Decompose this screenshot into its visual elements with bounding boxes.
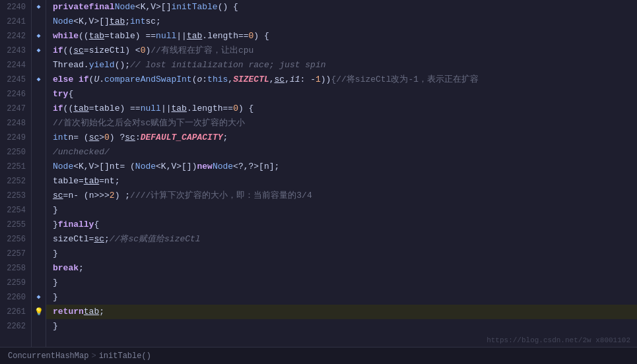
- line-number: 2262: [3, 319, 26, 334]
- code-line: while ((tab = table) == null || tab.leng…: [46, 29, 637, 44]
- token: sizeCtl: [89, 44, 125, 58]
- token: ,: [228, 73, 233, 87]
- bookmark-icon[interactable]: ◆: [32, 73, 46, 87]
- token: sc: [275, 73, 285, 87]
- token: ((: [63, 44, 74, 58]
- token: private: [53, 0, 89, 15]
- line-number: 2253: [3, 189, 26, 203]
- token: //有线程在扩容，让出cpu: [151, 44, 253, 58]
- token: table: [53, 174, 79, 189]
- gutter-cell: [32, 87, 46, 102]
- token: tab: [187, 29, 202, 44]
- token: Node: [53, 160, 73, 174]
- token: null: [141, 102, 161, 116]
- token: yield: [89, 58, 115, 73]
- token: tab: [172, 102, 187, 116]
- token: n: [264, 160, 269, 174]
- token: DEFAULT_CAPACITY: [141, 131, 223, 145]
- line-number: 2256: [3, 232, 26, 247]
- line-number: 2254: [3, 203, 26, 218]
- gutter-cell: [32, 203, 46, 218]
- token: - (: [73, 189, 88, 203]
- token: =: [84, 44, 89, 58]
- token: ;: [125, 15, 130, 29]
- bookmark-icon[interactable]: ◆: [32, 0, 46, 15]
- token: sc: [53, 189, 63, 203]
- token: final: [89, 0, 115, 15]
- token: compareAndSwapInt: [104, 73, 192, 87]
- gutter-cell: [32, 247, 46, 261]
- token: else if: [53, 73, 89, 87]
- line-number: 2250: [3, 145, 26, 160]
- token: finally: [58, 218, 94, 232]
- token: ) ==: [135, 29, 156, 44]
- token: 2: [110, 189, 115, 203]
- token: ) ;: [115, 189, 130, 203]
- breadcrumb: ConcurrentHashMap > initTable(): [8, 351, 151, 361]
- token: sizeCtl: [53, 232, 89, 247]
- token: ) <: [125, 44, 140, 58]
- token: int: [53, 131, 68, 145]
- token: >: [99, 131, 104, 145]
- line-number: 2255: [3, 218, 26, 232]
- bookmark-icon[interactable]: ◆: [32, 44, 46, 58]
- token: tab: [84, 174, 99, 189]
- status-bar: ConcurrentHashMap > initTable(): [0, 347, 637, 364]
- token: tab: [84, 305, 99, 319]
- gutter-cell: [32, 160, 46, 174]
- token: ;: [99, 305, 104, 319]
- code-line: private final Node<K,V>[] initTable() {: [46, 0, 637, 15]
- token: =: [89, 232, 94, 247]
- token: ) ?: [110, 131, 125, 145]
- bookmark-icon[interactable]: ◆: [32, 29, 46, 44]
- token: = (: [73, 131, 88, 145]
- line-numbers: 2240224122422243224422452246224722482249…: [0, 0, 32, 347]
- gutter-cell: [32, 232, 46, 247]
- line-number: 2252: [3, 174, 26, 189]
- line-number: 2240: [3, 0, 26, 15]
- token: =: [79, 174, 84, 189]
- gutter-cell: [32, 102, 46, 116]
- token: ();: [115, 58, 130, 73]
- token: }: [53, 218, 58, 232]
- token: ;: [79, 261, 84, 276]
- token: return: [53, 305, 84, 319]
- code-line: }: [46, 203, 637, 218]
- code-line: else if (U.compareAndSwapInt( o: this, S…: [46, 73, 637, 87]
- token: tab: [110, 15, 125, 29]
- token: ;: [115, 174, 120, 189]
- line-number: 2261: [3, 305, 26, 319]
- token: table: [110, 29, 135, 44]
- code-line: sizeCtl = sc;//将sc赋值给sizeCtl: [46, 232, 637, 247]
- token: ((: [79, 29, 89, 44]
- token: break: [53, 261, 79, 276]
- token: int: [130, 15, 145, 29]
- line-number: 2245: [3, 73, 26, 87]
- token: // lost initialization race; just spin: [130, 58, 325, 73]
- breadcrumb-method: initTable(): [99, 351, 151, 361]
- token: ;: [104, 232, 110, 247]
- token: nt: [110, 160, 120, 174]
- token: ((: [63, 102, 74, 116]
- bookmark-icon[interactable]: ◆: [32, 290, 46, 305]
- token: }: [53, 290, 58, 305]
- code-line: if ((sc = sizeCtl) < 0) //有线程在扩容，让出cpu: [46, 44, 637, 58]
- token: n: [89, 189, 94, 203]
- code-line: }: [46, 276, 637, 290]
- token: =: [63, 189, 69, 203]
- token: =: [99, 174, 104, 189]
- line-number: 2258: [3, 261, 26, 276]
- token: Thread: [53, 58, 84, 73]
- line-number: 2247: [3, 102, 26, 116]
- line-number: 2257: [3, 247, 26, 261]
- code-line: }: [46, 319, 637, 334]
- token: ) ==: [119, 102, 140, 116]
- token: ) {: [253, 29, 269, 44]
- bulb-icon[interactable]: 💡: [32, 305, 46, 319]
- token: length: [207, 29, 238, 44]
- code-line: //首次初始化之后会对sc赋值为下一次扩容的大小: [46, 116, 637, 131]
- line-number: 2242: [3, 29, 26, 44]
- token: if: [53, 102, 63, 116]
- token: //将sc赋值给sizeCtl: [110, 232, 201, 247]
- token: //首次初始化之后会对sc赋值为下一次扩容的大小: [53, 116, 245, 131]
